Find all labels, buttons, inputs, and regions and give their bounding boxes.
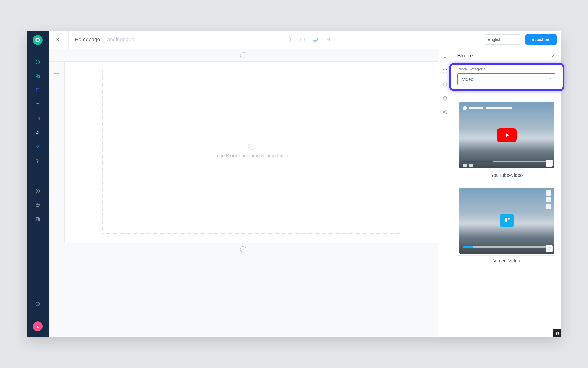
user-avatar[interactable]: a xyxy=(33,321,43,331)
viewport-form[interactable] xyxy=(323,35,333,44)
app-window: a Homepage Landingpage English xyxy=(26,31,562,337)
svg-rect-13 xyxy=(313,38,317,41)
viewport-desktop[interactable] xyxy=(310,35,320,44)
svg-rect-6 xyxy=(36,117,39,119)
play-icon xyxy=(497,128,517,142)
panel-close-button[interactable] xyxy=(550,53,556,59)
breadcrumb-current[interactable]: Homepage xyxy=(75,37,100,43)
viewport-mobile[interactable] xyxy=(285,35,294,44)
block-category-label: Block-Kategorie xyxy=(457,67,556,72)
sidebar-toolstrip xyxy=(438,49,452,337)
block-label-youtube: YouTube-Video xyxy=(457,173,556,178)
svg-rect-3 xyxy=(36,88,39,92)
nav-store[interactable] xyxy=(34,216,41,222)
nav-dashboard[interactable] xyxy=(34,59,41,65)
language-value: English xyxy=(488,37,501,42)
nav-basket[interactable] xyxy=(34,202,41,208)
nav-catalogues[interactable] xyxy=(34,73,41,79)
nav-add[interactable] xyxy=(34,188,41,194)
section-add-top xyxy=(49,49,438,62)
svg-point-7 xyxy=(37,160,38,162)
add-section-bottom-button[interactable] xyxy=(240,246,246,252)
block-item-vimeo[interactable]: Vimeo-Video xyxy=(457,185,556,263)
tool-blocks[interactable] xyxy=(441,67,449,75)
save-button[interactable]: Speichern xyxy=(526,34,557,45)
top-bar: Homepage Landingpage English Speichern xyxy=(49,31,562,49)
workbench: Füge Blöcke per Drag & Drop hinzu xyxy=(49,49,562,337)
svg-point-16 xyxy=(444,56,446,58)
dropzone-hint: Füge Blöcke per Drag & Drop hinzu xyxy=(214,153,288,158)
nav-customers[interactable] xyxy=(34,101,41,108)
section-layout-button[interactable] xyxy=(53,68,60,75)
block-category-highlight: Block-Kategorie Video xyxy=(449,63,564,91)
vimeo-thumbnail xyxy=(459,188,554,254)
tool-edit[interactable] xyxy=(441,81,449,88)
drop-zone[interactable]: Füge Blöcke per Drag & Drop hinzu xyxy=(102,69,400,234)
svg-point-4 xyxy=(36,103,38,104)
brand-logo xyxy=(33,35,43,45)
svg-rect-9 xyxy=(36,218,40,221)
nav-extensions[interactable] xyxy=(34,143,41,150)
breadcrumb: Homepage Landingpage xyxy=(75,37,134,43)
canvas-column: Füge Blöcke per Drag & Drop hinzu xyxy=(49,49,438,337)
block-item-youtube[interactable]: YouTube-Video xyxy=(457,100,556,178)
block-list: YouTube-Video Vimeo-Video xyxy=(452,93,562,270)
main-area: Homepage Landingpage English Speichern xyxy=(49,31,562,337)
tool-layers[interactable] xyxy=(441,94,449,102)
favorite-icon[interactable] xyxy=(546,160,553,167)
tool-share[interactable] xyxy=(441,108,449,116)
svg-point-5 xyxy=(38,103,39,104)
nav-content[interactable] xyxy=(34,115,41,122)
vimeo-icon xyxy=(500,214,514,227)
language-select[interactable]: English xyxy=(483,34,521,45)
close-editor-button[interactable] xyxy=(53,36,61,44)
svg-rect-2 xyxy=(37,76,39,78)
block-category-select[interactable]: Video xyxy=(457,74,556,85)
favorite-icon[interactable] xyxy=(546,245,553,252)
nav-list xyxy=(34,59,41,222)
svg-rect-12 xyxy=(301,38,305,41)
nav-help[interactable] xyxy=(34,301,41,307)
svg-rect-1 xyxy=(36,74,38,76)
block-label-vimeo: Vimeo-Video xyxy=(457,258,556,263)
svg-rect-11 xyxy=(289,38,291,42)
dropzone-add-icon xyxy=(248,144,254,150)
stage: Füge Blöcke per Drag & Drop hinzu xyxy=(65,62,438,242)
nav-rail: a xyxy=(26,31,49,337)
viewport-tablet[interactable] xyxy=(298,35,307,44)
chevron-down-icon xyxy=(513,38,517,41)
nav-orders[interactable] xyxy=(34,87,41,93)
tool-settings[interactable] xyxy=(441,54,449,61)
symfony-badge: sf xyxy=(553,329,562,337)
svg-rect-15 xyxy=(54,69,59,74)
block-category-value: Video xyxy=(462,77,473,82)
section-add-bottom xyxy=(49,243,438,256)
blocks-panel: Blöcke Block-Kategorie Video xyxy=(452,49,562,337)
youtube-thumbnail xyxy=(459,102,554,168)
chevron-down-icon xyxy=(548,77,552,82)
breadcrumb-secondary[interactable]: Landingpage xyxy=(105,37,134,43)
panel-title: Blöcke xyxy=(457,53,473,59)
nav-marketing[interactable] xyxy=(34,129,41,136)
add-section-top-button[interactable] xyxy=(240,52,246,58)
viewport-switcher xyxy=(285,35,333,44)
nav-settings[interactable] xyxy=(34,157,41,164)
